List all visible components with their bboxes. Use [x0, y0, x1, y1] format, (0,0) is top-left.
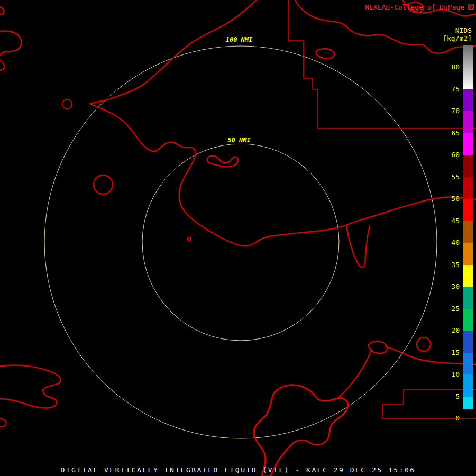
island-left-lower	[0, 59, 4, 71]
range-ring-label-100: 100 NMI	[224, 36, 255, 43]
colorbar-segment-45	[463, 199, 473, 221]
island-center	[207, 156, 238, 167]
colorbar-tick-45: 45	[451, 217, 460, 225]
colorbar-ticks: 80757065605550454035302520151050	[436, 45, 460, 418]
colorbar-title: NIDS	[443, 26, 472, 34]
colorbar-segment-20	[463, 309, 473, 331]
coastline-inlet	[346, 226, 370, 267]
lake-south-complex	[254, 385, 348, 476]
coastline-south-spur	[338, 349, 372, 398]
colorbar-tick-65: 65	[451, 129, 460, 137]
lake-round-west	[94, 175, 113, 194]
colorbar-segment-15	[463, 331, 473, 352]
colorbar-tick-35: 35	[451, 260, 460, 268]
island-southwest	[0, 365, 60, 408]
colorbar-tick-80: 80	[451, 63, 460, 71]
colorbar-tick-30: 30	[451, 282, 460, 290]
radar-map-canvas	[0, 0, 476, 476]
colorbar-segment-70	[463, 89, 473, 111]
colorbar	[463, 45, 473, 418]
colorbar-tick-40: 40	[451, 239, 460, 246]
colorbar-segment-65	[463, 111, 473, 133]
colorbar-segment-10	[463, 353, 473, 374]
island-northeast	[316, 49, 335, 59]
colorbar-segment-60	[463, 133, 473, 155]
colorbar-tick-0: 0	[455, 414, 460, 422]
colorbar-segment-55	[463, 155, 473, 177]
colorbar-segment-40	[463, 221, 473, 243]
colorbar-tick-75: 75	[451, 85, 460, 93]
colorbar-segment-2	[463, 397, 473, 410]
colorbar-tick-70: 70	[451, 107, 460, 115]
colorbar-tick-5: 5	[455, 392, 460, 400]
radar-display: 100 NMI 50 NMI NEXLAB-College of DuPage …	[0, 0, 476, 476]
range-ring-label-50: 50 NMI	[225, 136, 252, 144]
colorbar-tick-15: 15	[451, 348, 460, 356]
colorbar-tick-25: 25	[451, 304, 460, 312]
colorbar-segment-5	[463, 374, 473, 396]
colorbar-segment-0	[463, 409, 473, 418]
colorbar-segment-50	[463, 177, 473, 199]
colorbar-segment-25	[463, 287, 473, 308]
coast-southwest-small	[0, 418, 6, 427]
range-ring-100nmi	[44, 46, 437, 438]
colorbar-segment-35	[463, 243, 473, 264]
islet-dot	[188, 237, 191, 241]
colorbar-tick-50: 50	[451, 195, 460, 203]
colorbar-segment-30	[463, 265, 473, 287]
lake-small-northwest	[62, 99, 72, 109]
colorbar-segment-80	[463, 45, 473, 67]
county-boundary-southeast	[382, 389, 476, 418]
nexlab-logo-icon: ▨	[468, 2, 474, 10]
island-topleft-corner	[0, 6, 4, 15]
colorbar-header: NIDS [kg/m2]	[443, 26, 472, 42]
colorbar-tick-20: 20	[451, 326, 460, 334]
brand-text: NEXLAB-College of DuPage	[365, 3, 464, 11]
island-left-upper	[0, 31, 21, 56]
colorbar-units: [kg/m2]	[443, 34, 472, 42]
range-ring-50nmi	[142, 144, 339, 341]
lake-round-east	[417, 337, 431, 351]
colorbar-tick-55: 55	[451, 173, 460, 181]
colorbar-tick-60: 60	[451, 151, 460, 159]
colorbar-tick-10: 10	[451, 370, 460, 378]
product-caption: DIGITAL VERTICALLY INTEGRATED LIQUID (VI…	[0, 466, 476, 474]
colorbar-segment-75	[463, 67, 473, 89]
